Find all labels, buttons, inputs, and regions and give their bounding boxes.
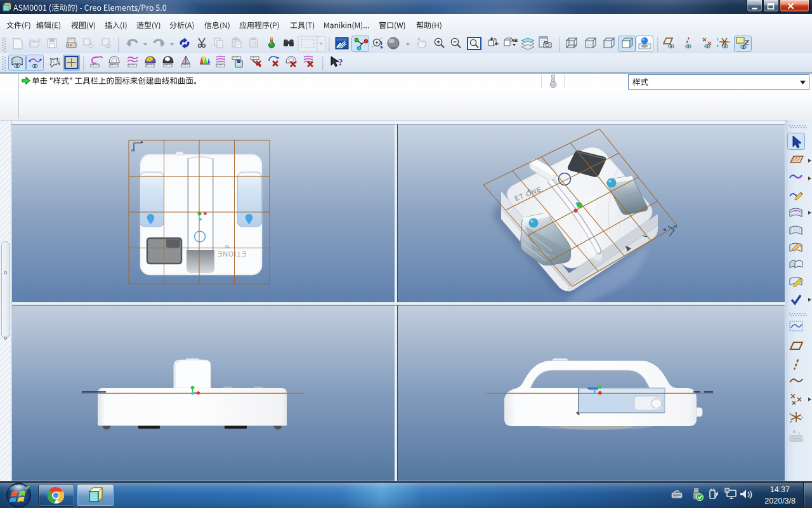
svg-text:z: z bbox=[717, 44, 719, 48]
svg-text:H: H bbox=[131, 149, 134, 153]
svg-text:y: y bbox=[789, 411, 791, 415]
svg-text:H: H bbox=[674, 224, 677, 229]
svg-text:y: y bbox=[717, 37, 719, 41]
svg-text:x: x bbox=[801, 415, 803, 419]
svg-text:x: x bbox=[728, 40, 730, 44]
svg-text:z: z bbox=[790, 420, 792, 424]
svg-text:AB: AB bbox=[511, 38, 518, 43]
svg-text:ETIONE: ETIONE bbox=[217, 250, 246, 258]
svg-text:?: ? bbox=[338, 57, 343, 67]
